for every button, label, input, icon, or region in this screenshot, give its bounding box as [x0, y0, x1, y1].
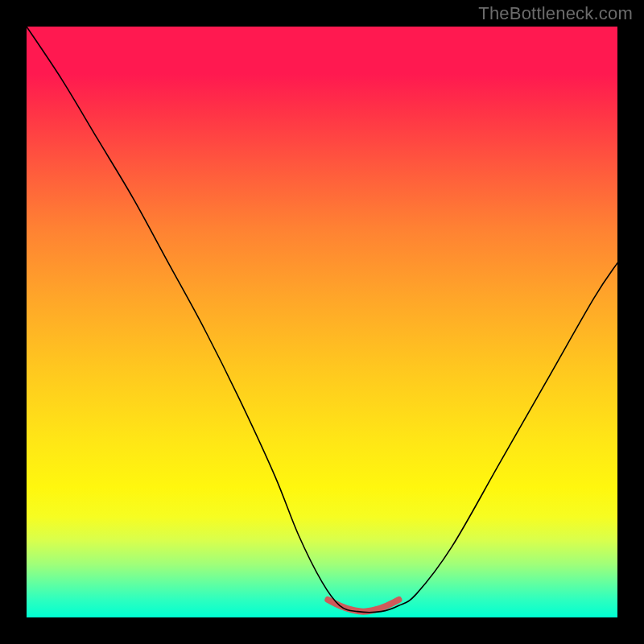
plot-area: [27, 27, 617, 617]
chart-frame: TheBottleneck.com: [0, 0, 644, 644]
bottleneck-curve-path: [27, 27, 617, 613]
watermark-label: TheBottleneck.com: [478, 3, 633, 24]
curve-layer: [27, 27, 617, 617]
